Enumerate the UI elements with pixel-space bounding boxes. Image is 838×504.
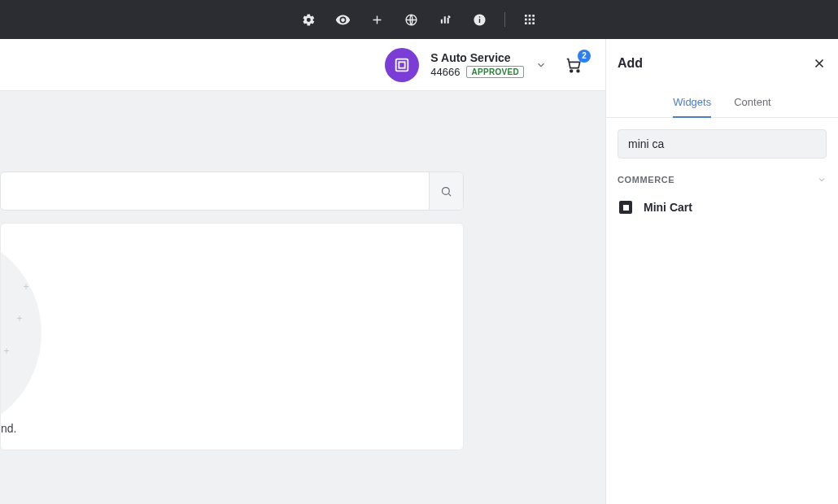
placeholder-plus-icon: + bbox=[22, 283, 30, 291]
svg-rect-5 bbox=[528, 15, 530, 17]
page-header: S Auto Service 44666 APPROVED 2 bbox=[0, 39, 605, 91]
cart-count-badge: 2 bbox=[578, 50, 591, 63]
cart-icon[interactable]: 2 bbox=[565, 56, 583, 74]
search-button[interactable] bbox=[429, 172, 463, 210]
svg-rect-3 bbox=[479, 16, 480, 17]
widget-mini-cart[interactable]: Mini Cart bbox=[618, 194, 827, 220]
category-label: COMMERCE bbox=[618, 175, 674, 185]
widget-label: Mini Cart bbox=[644, 201, 692, 214]
chevron-down-icon[interactable] bbox=[535, 59, 547, 71]
account-id: 44666 bbox=[430, 66, 460, 78]
svg-rect-2 bbox=[479, 19, 480, 23]
plus-icon[interactable] bbox=[368, 10, 387, 29]
gear-icon[interactable] bbox=[299, 10, 319, 29]
category-commerce: COMMERCE Mini Cart bbox=[606, 170, 838, 220]
svg-point-17 bbox=[443, 187, 450, 194]
tab-widgets[interactable]: Widgets bbox=[673, 88, 711, 118]
sidebar-tabs: Widgets Content bbox=[606, 88, 838, 118]
add-sidebar: Add Widgets Content COMMERCE Mini Cart bbox=[605, 39, 838, 504]
svg-rect-9 bbox=[532, 19, 535, 21]
tab-content[interactable]: Content bbox=[734, 88, 771, 118]
svg-rect-13 bbox=[396, 59, 408, 71]
svg-rect-14 bbox=[399, 62, 405, 67]
account-info: S Auto Service 44666 APPROVED bbox=[430, 51, 524, 78]
apps-grid-icon[interactable] bbox=[520, 10, 539, 29]
widget-fragment-icon bbox=[619, 201, 632, 214]
top-toolbar bbox=[0, 0, 838, 39]
eye-icon[interactable] bbox=[334, 10, 353, 29]
widget-search-input[interactable] bbox=[618, 129, 827, 159]
placeholder-circle bbox=[0, 232, 41, 435]
info-icon[interactable] bbox=[470, 10, 490, 29]
svg-point-16 bbox=[577, 69, 579, 72]
canvas-area: + + + nd. bbox=[0, 91, 605, 504]
account-name: S Auto Service bbox=[430, 51, 524, 64]
svg-rect-12 bbox=[532, 22, 535, 24]
analytics-icon[interactable] bbox=[436, 10, 456, 29]
sidebar-title: Add bbox=[618, 56, 643, 71]
placeholder-plus-icon: + bbox=[15, 315, 24, 323]
svg-rect-10 bbox=[525, 22, 527, 24]
close-icon[interactable] bbox=[812, 56, 827, 71]
search-field[interactable] bbox=[1, 172, 429, 210]
svg-point-15 bbox=[570, 69, 573, 72]
svg-rect-8 bbox=[528, 19, 530, 21]
category-header[interactable]: COMMERCE bbox=[618, 170, 827, 194]
sidebar-header: Add bbox=[606, 39, 838, 88]
toolbar-divider bbox=[504, 12, 505, 27]
svg-rect-6 bbox=[532, 15, 535, 17]
search-panel bbox=[0, 172, 464, 211]
account-avatar bbox=[385, 48, 419, 82]
svg-rect-11 bbox=[528, 22, 530, 24]
chevron-down-icon bbox=[817, 175, 827, 185]
account-switcher[interactable]: S Auto Service 44666 APPROVED bbox=[385, 48, 547, 82]
avatar-inner-icon bbox=[392, 55, 412, 75]
status-badge: APPROVED bbox=[466, 66, 524, 78]
svg-rect-4 bbox=[525, 15, 527, 17]
placeholder-plus-icon: + bbox=[2, 347, 11, 355]
sidebar-search-wrap bbox=[606, 118, 838, 170]
body-fragment-text: nd. bbox=[1, 422, 16, 435]
globe-icon[interactable] bbox=[402, 10, 421, 29]
svg-rect-7 bbox=[525, 19, 527, 21]
content-panel: + + + nd. bbox=[0, 223, 464, 450]
